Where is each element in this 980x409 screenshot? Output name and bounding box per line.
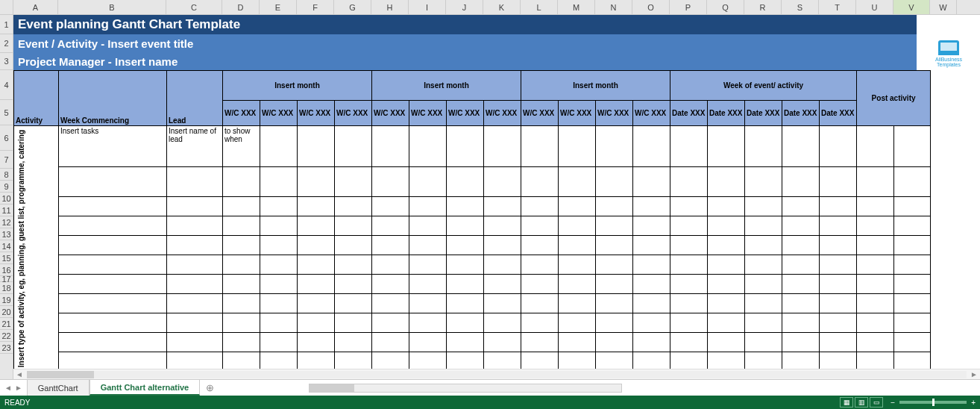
row-header-15[interactable]: 15 <box>0 252 13 264</box>
row-header-3[interactable]: 3 <box>0 53 13 70</box>
col-header-T[interactable]: T <box>819 0 856 14</box>
row-header-2[interactable]: 2 <box>0 34 13 53</box>
monitor-icon <box>938 40 959 55</box>
spreadsheet-grid[interactable]: Event planning Gantt Chart Template Even… <box>13 15 980 381</box>
col-header-M[interactable]: M <box>558 0 595 14</box>
sheet-tabs-bar: ◄ ► GanttChart Gantt Chart alternative ⊕ <box>0 379 980 396</box>
zoom-in-button[interactable]: + <box>971 399 976 407</box>
row-header-19[interactable]: 19 <box>0 294 13 306</box>
row-header-17[interactable]: 17 <box>0 276 13 282</box>
gantt-table[interactable]: ActivityWeek CommencingLeadInsert monthI… <box>13 70 931 409</box>
row-header-22[interactable]: 22 <box>0 330 13 342</box>
tab-prev-icon[interactable]: ► <box>15 384 22 392</box>
column-headers[interactable]: ABCDEFGHIJKLMNOPQRSTUVW <box>0 0 980 15</box>
row-header-4[interactable]: 4 <box>0 70 13 100</box>
row-header-10[interactable]: 10 <box>0 193 13 204</box>
row-header-12[interactable]: 12 <box>0 216 13 228</box>
watermark-line1: AllBusiness <box>932 57 965 62</box>
row-header-23[interactable]: 23 <box>0 342 13 354</box>
row-header-13[interactable]: 13 <box>0 228 13 240</box>
row-header-9[interactable]: 9 <box>0 181 13 193</box>
col-header-P[interactable]: P <box>670 0 707 14</box>
tab-ganttchart[interactable]: GanttChart <box>27 380 89 396</box>
row-header-7[interactable]: 7 <box>0 151 13 169</box>
status-ready: READY <box>4 399 30 407</box>
col-header-H[interactable]: H <box>371 0 409 14</box>
col-header-R[interactable]: R <box>744 0 782 14</box>
watermark-line2: Templates <box>932 62 965 67</box>
row-header-18[interactable]: 18 <box>0 282 13 294</box>
zoom-out-button[interactable]: − <box>891 399 895 407</box>
scroll-right-icon[interactable]: ► <box>968 370 980 378</box>
view-page-layout-icon[interactable]: ▥ <box>855 397 868 408</box>
tab-gantt-chart-alternative[interactable]: Gantt Chart alternative <box>89 380 201 396</box>
col-header-B[interactable]: B <box>58 0 166 14</box>
col-header-U[interactable]: U <box>856 0 893 14</box>
title-row-2[interactable]: Event / Activity - Insert event title <box>13 34 917 53</box>
col-header-F[interactable]: F <box>297 0 334 14</box>
title-text-2: Event / Activity - Insert event title <box>18 37 193 50</box>
scroll-thumb[interactable] <box>27 371 94 378</box>
tabs-horizontal-scroll[interactable] <box>219 380 980 396</box>
zoom-slider[interactable] <box>899 401 967 404</box>
col-header-E[interactable]: E <box>260 0 297 14</box>
title-row-1[interactable]: Event planning Gantt Chart Template <box>13 15 917 34</box>
col-header-J[interactable]: J <box>446 0 483 14</box>
view-normal-icon[interactable]: ▦ <box>840 397 853 408</box>
row-header-14[interactable]: 14 <box>0 240 13 252</box>
title-text-3: Project Manager - Insert name <box>18 55 178 68</box>
col-header-N[interactable]: N <box>595 0 632 14</box>
col-header-I[interactable]: I <box>409 0 446 14</box>
col-header-A[interactable]: A <box>13 0 58 14</box>
col-header-W[interactable]: W <box>930 0 957 14</box>
col-header-S[interactable]: S <box>782 0 819 14</box>
col-header-G[interactable]: G <box>334 0 371 14</box>
col-header-K[interactable]: K <box>483 0 521 14</box>
worksheet-horizontal-scrollbar[interactable]: ◄ ► <box>13 369 980 379</box>
scroll-track[interactable] <box>27 371 967 378</box>
tab-label-1: GanttChart <box>38 384 78 393</box>
row-header-5[interactable]: 5 <box>0 100 13 125</box>
row-header-21[interactable]: 21 <box>0 318 13 330</box>
select-all-corner[interactable] <box>0 0 13 14</box>
col-header-V[interactable]: V <box>893 0 930 14</box>
title-text-1: Event planning Gantt Chart Template <box>18 17 240 32</box>
row-header-8[interactable]: 8 <box>0 169 13 181</box>
row-header-6[interactable]: 6 <box>0 125 13 151</box>
add-sheet-button[interactable]: ⊕ <box>200 380 219 396</box>
row-headers[interactable]: 1234567891011121314151617181920212223 <box>0 15 13 381</box>
col-header-D[interactable]: D <box>222 0 260 14</box>
tab-first-icon[interactable]: ◄ <box>4 384 12 392</box>
col-header-L[interactable]: L <box>521 0 558 14</box>
status-bar: READY ▦ ▥ ▭ − + <box>0 396 980 409</box>
row-header-1[interactable]: 1 <box>0 15 13 34</box>
zoom-control[interactable]: − + <box>891 399 976 407</box>
scroll-left-icon[interactable]: ◄ <box>13 370 25 378</box>
tab-nav-buttons[interactable]: ◄ ► <box>0 380 27 396</box>
title-row-3[interactable]: Project Manager - Insert name <box>13 53 917 70</box>
col-header-O[interactable]: O <box>632 0 670 14</box>
view-buttons[interactable]: ▦ ▥ ▭ <box>840 397 883 408</box>
view-page-break-icon[interactable]: ▭ <box>870 397 883 408</box>
col-header-C[interactable]: C <box>166 0 222 14</box>
row-header-20[interactable]: 20 <box>0 306 13 318</box>
row-header-11[interactable]: 11 <box>0 204 13 216</box>
plus-icon: ⊕ <box>206 382 214 393</box>
tab-label-2: Gantt Chart alternative <box>101 383 189 392</box>
watermark-logo: AllBusiness Templates <box>932 40 965 67</box>
col-header-Q[interactable]: Q <box>707 0 744 14</box>
